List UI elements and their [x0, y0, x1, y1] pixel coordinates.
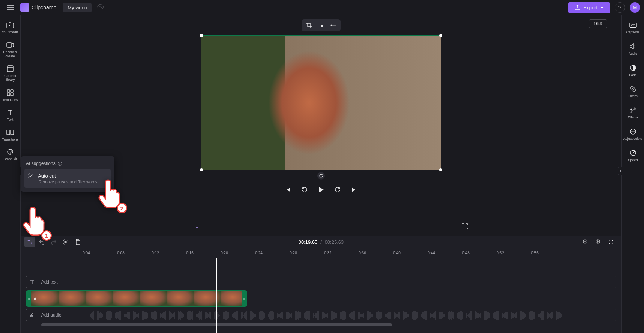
redo-icon: [51, 239, 56, 244]
svg-point-11: [9, 151, 10, 152]
sidebar-label: Audio: [629, 52, 637, 56]
user-avatar[interactable]: M: [630, 2, 640, 13]
sidebar-item-content-library[interactable]: Content library: [1, 62, 20, 85]
logo-mark: [20, 3, 29, 12]
speaker-icon: [630, 44, 636, 50]
svg-point-33: [29, 174, 30, 175]
ai-enhance-button[interactable]: [189, 220, 201, 232]
playback-controls: [282, 184, 360, 196]
sidebar-item-transitions[interactable]: Transitions: [1, 126, 20, 145]
playback-time: 00:19.65 / 00:25.63: [299, 239, 344, 245]
total-duration: 00:25.63: [325, 239, 344, 245]
captions-icon: CC: [629, 22, 637, 28]
copy-button[interactable]: [72, 237, 83, 247]
project-name[interactable]: My video: [63, 3, 92, 12]
svg-point-27: [630, 86, 634, 90]
timeline-scrollbar[interactable]: [21, 323, 621, 327]
sidebar-item-record-create[interactable]: Record & create: [1, 38, 20, 62]
svg-point-20: [63, 243, 65, 244]
text-icon: [30, 280, 35, 284]
sidebar-label: Brand kit: [3, 157, 17, 161]
sidebar-item-adjust-colors[interactable]: Adjust colors: [623, 124, 644, 145]
resize-handle-tl[interactable]: [200, 34, 203, 37]
split-button[interactable]: [60, 237, 71, 247]
sidebar-item-text[interactable]: Text: [1, 106, 20, 125]
sidebar-label: Effects: [628, 116, 638, 120]
play-button[interactable]: [315, 184, 327, 196]
svg-rect-3: [7, 66, 13, 72]
sidebar-label: Transitions: [2, 138, 18, 142]
video-preview-frame[interactable]: [201, 35, 441, 170]
more-options-button[interactable]: [327, 21, 339, 30]
playhead[interactable]: [216, 258, 217, 333]
rotate-icon: [319, 174, 323, 178]
audio-track[interactable]: + Add audio: [26, 309, 616, 321]
sidebar-label: Templates: [2, 98, 18, 102]
export-button[interactable]: Export: [568, 2, 610, 13]
undo-button[interactable]: [36, 237, 47, 247]
svg-rect-2: [7, 43, 12, 47]
sidebar-item-effects[interactable]: Effects: [623, 103, 644, 123]
sidebar-label: Text: [7, 118, 14, 122]
pip-button[interactable]: [315, 21, 327, 30]
expand-right-sidebar-button[interactable]: [618, 167, 623, 175]
left-sidebar: Your media Record & create Content libra…: [0, 15, 21, 333]
copy-icon: [75, 239, 80, 245]
auto-cut-title: Auto cut: [38, 173, 56, 179]
hamburger-menu-button[interactable]: [4, 1, 17, 14]
aspect-ratio-selector[interactable]: 16:9: [589, 19, 607, 28]
zoom-in-button[interactable]: [593, 237, 603, 247]
audio-waveform: [90, 310, 611, 320]
export-label: Export: [583, 5, 597, 10]
app-logo[interactable]: Clipchamp: [20, 3, 56, 12]
rewind-button[interactable]: [299, 184, 311, 196]
clip-trim-handle-left[interactable]: ||: [27, 291, 31, 306]
popup-heading: AI suggestions: [26, 161, 56, 166]
sidebar-label: Fade: [629, 73, 637, 77]
zoom-fit-button[interactable]: [606, 237, 616, 247]
sidebar-label: Filters: [628, 94, 638, 98]
sidebar-item-captions[interactable]: CC Captions: [623, 18, 644, 38]
svg-point-12: [11, 151, 12, 152]
sidebar-item-your-media[interactable]: Your media: [1, 18, 20, 38]
skip-back-button[interactable]: [282, 184, 294, 196]
zoom-out-icon: [583, 239, 588, 244]
skip-forward-icon: [351, 187, 357, 193]
fullscreen-button[interactable]: [459, 220, 471, 232]
resize-handle-br[interactable]: [439, 168, 442, 171]
sidebar-item-templates[interactable]: Templates: [1, 86, 20, 105]
timeline-ruler[interactable]: 0:040:080:120:160:200:240:280:320:360:40…: [21, 248, 621, 258]
sidebar-item-brand-kit[interactable]: Brand kit: [1, 145, 20, 164]
help-button[interactable]: ?: [615, 2, 625, 13]
sidebar-item-fade[interactable]: Fade: [623, 60, 644, 81]
svg-rect-5: [11, 90, 13, 92]
preview-toolbar: [302, 19, 341, 31]
sidebar-item-speed[interactable]: Speed: [623, 146, 644, 166]
sidebar-label: Speed: [628, 158, 638, 162]
resize-handle-bl[interactable]: [200, 168, 203, 171]
chevron-left-icon: [620, 170, 621, 172]
skip-forward-button[interactable]: [348, 184, 360, 196]
upload-icon: [575, 5, 580, 10]
forward-button[interactable]: [332, 184, 344, 196]
sidebar-item-audio[interactable]: Audio: [623, 39, 644, 60]
svg-point-18: [335, 25, 336, 26]
rotate-handle[interactable]: [317, 172, 325, 180]
ai-tool-button[interactable]: [24, 237, 35, 247]
sparkle-icon: [192, 223, 199, 230]
zoom-out-button[interactable]: [580, 237, 591, 247]
resize-handle-tr[interactable]: [439, 34, 442, 37]
pip-icon: [318, 23, 324, 27]
templates-icon: [7, 89, 14, 96]
sidebar-item-filters[interactable]: Filters: [623, 81, 644, 102]
skip-back-icon: [285, 187, 291, 193]
svg-rect-15: [321, 25, 323, 27]
video-clip[interactable]: || ||: [26, 290, 247, 307]
svg-rect-6: [7, 93, 10, 96]
timeline-section: 00:19.65 / 00:25.63 0:040:080:120:160:20…: [21, 236, 621, 333]
text-track[interactable]: + Add text: [26, 276, 616, 288]
redo-button[interactable]: [48, 237, 59, 247]
clip-trim-handle-right[interactable]: ||: [242, 291, 246, 306]
auto-cut-option[interactable]: Auto cut Remove pauses and filler words: [24, 169, 111, 188]
crop-button[interactable]: [303, 21, 315, 30]
